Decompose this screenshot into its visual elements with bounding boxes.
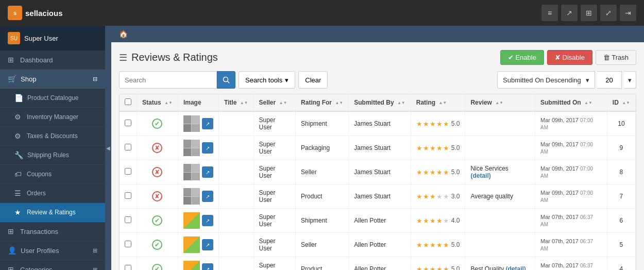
app-layout: SU Super User ⊞ Dashboard 🛒 Shop ⊟ 📄 Pro… [0, 26, 644, 270]
row-checkbox[interactable] [125, 144, 131, 150]
row-checkbox[interactable] [125, 120, 131, 126]
image-link-icon[interactable]: ↗ [202, 191, 213, 202]
row-review [465, 111, 535, 136]
row-seller: Super User [253, 111, 296, 136]
sidebar-item-dashboard[interactable]: ⊞ Dashboard [0, 50, 105, 70]
sort-dropdown[interactable]: Submitted On Descending ▾ [497, 71, 595, 89]
row-rating-for: Product [296, 184, 349, 209]
sidebar-item-categories[interactable]: ⊞ Categories ⊞ [0, 260, 105, 270]
image-link-icon[interactable]: ↗ [202, 118, 213, 129]
table-row: ✘ ↗Super UserPackagingJames Stuart★★★★★5… [120, 136, 636, 160]
inventory-icon: ⚙ [14, 113, 23, 121]
user-profiles-expand-icon: ⊞ [93, 247, 97, 254]
row-submitted-by: Allen Potter [349, 209, 411, 233]
sidebar-item-label: Dashboard [20, 56, 53, 64]
sidebar-collapse-toggle[interactable]: ◀ [105, 26, 111, 270]
clear-button[interactable]: Clear [298, 71, 328, 89]
star-filled: ★ [436, 144, 443, 152]
product-thumbnail [183, 212, 200, 229]
row-image: ↗ [178, 233, 218, 257]
sort-label: Submitted On Descending [503, 76, 581, 84]
page-title-text: Reviews & Ratings [131, 52, 218, 63]
header-title[interactable]: Title ▲▼ [218, 94, 253, 111]
header-id[interactable]: ID ▲▼ [607, 94, 635, 111]
row-submitted-by: Allen Potter [349, 257, 411, 271]
star-filled: ★ [416, 193, 422, 200]
sidebar-item-review-ratings[interactable]: ★ Review & Ratings [0, 203, 105, 222]
star-count: 5.0 [451, 120, 460, 127]
image-link-icon[interactable]: ↗ [202, 166, 213, 178]
header-submitted-by[interactable]: Submitted By ▲▼ [349, 94, 411, 111]
user-avatar: SU [8, 32, 20, 44]
page-size-arrow[interactable]: ▾ [624, 71, 636, 89]
shop-icon: 🛒 [8, 75, 16, 83]
row-status[interactable]: ✔ [137, 257, 178, 271]
header-review[interactable]: Review ▲▼ [465, 94, 535, 111]
row-checkbox[interactable] [125, 241, 131, 247]
sidebar-item-taxes[interactable]: ⚙ Taxes & Discounts [0, 127, 105, 146]
page-size-input[interactable] [597, 71, 622, 89]
row-submitted-by: James Stuart [349, 160, 411, 184]
sidebar-item-product-catalogue[interactable]: 📄 Product Catalogue [0, 89, 105, 108]
row-image: ↗ [178, 209, 218, 233]
row-rating: ★★★★★5.0 [411, 111, 465, 136]
sidebar-item-shop[interactable]: 🛒 Shop ⊟ [0, 70, 105, 89]
row-checkbox[interactable] [125, 265, 131, 270]
sidebar-item-coupons[interactable]: 🏷 Coupons [0, 165, 105, 184]
sidebar-item-label: Inventory Manager [27, 113, 78, 121]
trash-button[interactable]: 🗑 Trash [596, 50, 636, 65]
logout-icon[interactable]: ⇥ [620, 5, 636, 21]
header-status[interactable]: Status ▲▼ [137, 94, 178, 111]
header-actions: ✔ Enable ✘ Disable 🗑 Trash [500, 50, 636, 65]
user-profiles-icon: 👤 [8, 246, 16, 255]
status-ok-icon: ✔ [152, 264, 162, 270]
row-rating: ★★★★★5.0 [411, 233, 465, 257]
row-rating: ★★★★★5.0 [411, 136, 465, 160]
external-link-icon[interactable]: ↗ [561, 5, 578, 21]
header-submitted-on[interactable]: Submitted On ▲▼ [535, 94, 607, 111]
row-submitted-on: Mar 09th, 2017 07:00 AM [535, 184, 607, 209]
image-link-icon[interactable]: ↗ [202, 239, 213, 250]
sidebar-item-orders[interactable]: ☰ Orders [0, 184, 105, 203]
star-filled: ★ [430, 217, 436, 225]
grid-icon[interactable]: ⊞ [581, 5, 597, 21]
submitted-time: 06:37 AM [540, 239, 593, 251]
reviews-table: Status ▲▼ Image Title ▲▼ Seller ▲▼ [120, 94, 636, 270]
row-seller: Super User [253, 136, 296, 160]
row-checkbox[interactable] [125, 216, 131, 223]
table-row: ✔↗Super UserShipmentAllen Potter★★★★★4.0… [120, 209, 636, 233]
expand-icon[interactable]: ⤢ [600, 5, 617, 21]
search-submit-button[interactable] [217, 71, 235, 89]
row-status[interactable]: ✘ [137, 160, 178, 184]
row-checkbox[interactable] [125, 168, 131, 175]
row-status[interactable]: ✘ [137, 136, 178, 160]
header-seller[interactable]: Seller ▲▼ [253, 94, 296, 111]
sidebar-item-shipping[interactable]: 🔧 Shipping Rules [0, 146, 105, 165]
header-rating-for[interactable]: Rating For ▲▼ [296, 94, 349, 111]
sidebar-item-user-profiles[interactable]: 👤 User Profiles ⊞ [0, 241, 105, 260]
row-status[interactable]: ✘ [137, 184, 178, 209]
submitted-time: 06:37 AM [540, 263, 593, 270]
disable-button[interactable]: ✘ Disable [547, 50, 592, 65]
sidebar-item-inventory[interactable]: ⚙ Inventory Manager [0, 108, 105, 127]
enable-button[interactable]: ✔ Enable [500, 50, 544, 65]
image-link-icon[interactable]: ↗ [202, 263, 213, 270]
select-all-checkbox[interactable] [125, 98, 131, 105]
row-status[interactable]: ✔ [137, 233, 178, 257]
row-status[interactable]: ✔ [137, 111, 178, 136]
row-checkbox[interactable] [125, 192, 131, 199]
image-link-icon[interactable]: ↗ [202, 142, 213, 154]
search-tools-button[interactable]: Search tools ▾ [239, 71, 295, 89]
image-link-icon[interactable]: ↗ [202, 215, 213, 226]
header-rating[interactable]: Rating ▲▼ [411, 94, 465, 111]
status-ok-icon: ✔ [152, 215, 162, 226]
row-seller: Super User [253, 160, 296, 184]
sidebar-item-transactions[interactable]: ⊞ Transactions [0, 222, 105, 241]
row-rating-for: Product [296, 257, 349, 271]
review-detail-link[interactable]: (detail) [505, 265, 526, 270]
home-icon[interactable]: 🏠 [119, 30, 128, 38]
search-input[interactable] [119, 71, 217, 89]
row-status[interactable]: ✔ [137, 209, 178, 233]
review-detail-link[interactable]: (detail) [470, 172, 490, 179]
menu-toggle-icon[interactable]: ≡ [541, 5, 558, 21]
